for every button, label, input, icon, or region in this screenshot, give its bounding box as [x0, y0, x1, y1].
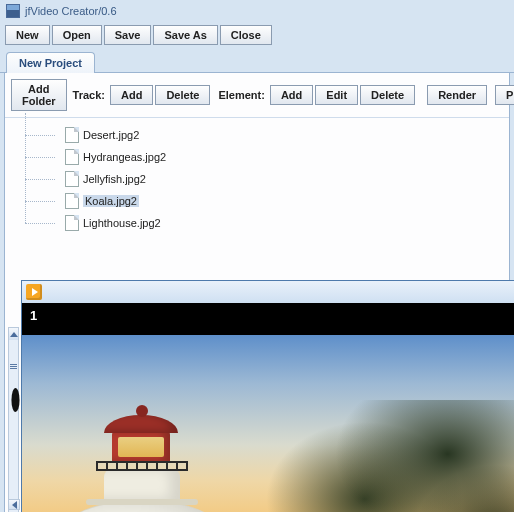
title-bar: jfVideo Creator/0.6: [0, 0, 514, 22]
render-button[interactable]: Render: [427, 85, 487, 105]
save-button[interactable]: Save: [104, 25, 152, 45]
preview-play-icon[interactable]: [26, 284, 42, 300]
file-tree: Desert.jpg2Hydrangeas.jpg2Jellyfish.jpg2…: [5, 118, 509, 234]
preview-trees: [182, 400, 514, 512]
tree-item-label: Lighthouse.jpg2: [83, 217, 161, 229]
scroll-thumb-icon[interactable]: [11, 388, 19, 412]
app-title: jfVideo Creator/0.6: [25, 5, 117, 17]
element-edit-button[interactable]: Edit: [315, 85, 358, 105]
main-toolbar: New Open Save Save As Close: [0, 22, 514, 51]
preview-lighthouse: [62, 419, 222, 512]
track-label: Track:: [73, 89, 105, 101]
preview-scrollbar-vertical[interactable]: [8, 327, 19, 512]
tree-item[interactable]: Koala.jpg2: [25, 190, 509, 212]
tree-item[interactable]: Desert.jpg2: [25, 124, 509, 146]
file-icon: [65, 171, 79, 187]
app-icon: [6, 4, 20, 18]
file-icon: [65, 215, 79, 231]
frame-number-strip: 1: [22, 303, 514, 335]
close-button[interactable]: Close: [220, 25, 272, 45]
tree-item-label: Hydrangeas.jpg2: [83, 151, 166, 163]
tree-item-label: Desert.jpg2: [83, 129, 139, 141]
file-icon: [65, 127, 79, 143]
element-add-button[interactable]: Add: [270, 85, 313, 105]
tree-item-label: Jellyfish.jpg2: [83, 173, 146, 185]
preview-toolbar: [22, 281, 514, 303]
tab-bar: New Project: [0, 51, 514, 73]
preview-window: 1: [21, 280, 514, 512]
tab-new-project[interactable]: New Project: [6, 52, 95, 73]
project-panel: Add Folder Track: Add Delete Element: Ad…: [4, 73, 510, 512]
play-button[interactable]: Play: [495, 85, 514, 105]
scroll-grip-icon: [9, 364, 18, 380]
add-folder-button[interactable]: Add Folder: [11, 79, 67, 111]
element-label: Element:: [218, 89, 264, 101]
tree-item[interactable]: Jellyfish.jpg2: [25, 168, 509, 190]
tree-item[interactable]: Hydrangeas.jpg2: [25, 146, 509, 168]
track-add-button[interactable]: Add: [110, 85, 153, 105]
tree-item[interactable]: Lighthouse.jpg2: [25, 212, 509, 234]
scroll-left-icon[interactable]: [8, 499, 20, 510]
project-toolbar: Add Folder Track: Add Delete Element: Ad…: [5, 73, 509, 118]
file-icon: [65, 149, 79, 165]
frame-number: 1: [30, 308, 37, 323]
new-button[interactable]: New: [5, 25, 50, 45]
open-button[interactable]: Open: [52, 25, 102, 45]
scroll-up-icon[interactable]: [9, 328, 18, 340]
preview-image: [22, 335, 514, 512]
file-icon: [65, 193, 79, 209]
save-as-button[interactable]: Save As: [153, 25, 217, 45]
tree-item-label: Koala.jpg2: [83, 195, 139, 207]
track-delete-button[interactable]: Delete: [155, 85, 210, 105]
element-delete-button[interactable]: Delete: [360, 85, 415, 105]
